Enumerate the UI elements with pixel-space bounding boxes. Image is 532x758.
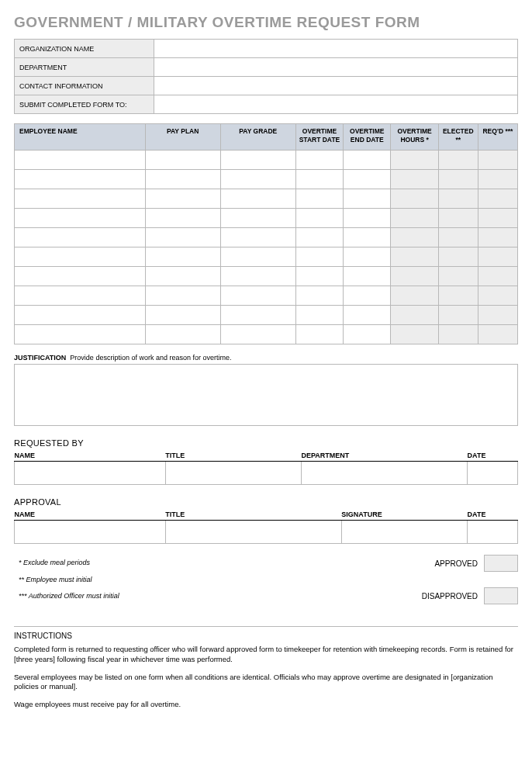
table-cell[interactable] [438,151,478,170]
table-cell[interactable] [438,228,478,247]
table-cell[interactable] [295,209,343,228]
req-dept-input[interactable] [301,462,467,485]
table-cell[interactable] [391,286,438,306]
table-cell[interactable] [295,228,343,247]
table-cell[interactable] [145,228,220,247]
table-cell[interactable] [220,325,295,344]
approved-checkbox[interactable] [484,555,518,572]
req-date-input[interactable] [468,462,518,485]
table-cell[interactable] [478,189,517,209]
table-cell[interactable] [344,247,391,267]
table-cell[interactable] [478,306,517,325]
table-cell[interactable] [391,247,438,267]
table-cell[interactable] [438,170,478,189]
table-cell[interactable] [344,151,391,170]
table-cell[interactable] [295,151,343,170]
table-cell[interactable] [391,267,438,286]
table-cell[interactable] [295,189,343,209]
table-cell[interactable] [220,189,295,209]
table-cell[interactable] [220,209,295,228]
table-cell[interactable] [478,286,517,306]
table-cell[interactable] [220,267,295,286]
table-cell[interactable] [145,209,220,228]
table-cell[interactable] [145,286,220,306]
table-cell[interactable] [478,170,517,189]
app-date-input[interactable] [468,521,518,544]
disapproved-label: DISAPPROVED [422,592,478,601]
table-cell[interactable] [220,247,295,267]
table-cell[interactable] [438,306,478,325]
table-cell[interactable] [15,286,146,306]
th-pay-grade: PAY GRADE [220,124,295,151]
table-cell[interactable] [145,306,220,325]
table-cell[interactable] [145,189,220,209]
table-cell[interactable] [145,151,220,170]
table-cell[interactable] [145,170,220,189]
table-cell[interactable] [344,267,391,286]
table-cell[interactable] [438,267,478,286]
app-sig-input[interactable] [341,521,467,544]
contact-input[interactable] [154,77,518,95]
org-name-input[interactable] [154,40,518,58]
table-cell[interactable] [391,170,438,189]
th-pay-plan: PAY PLAN [145,124,220,151]
req-name-input[interactable] [15,462,166,485]
table-cell[interactable] [478,209,517,228]
table-cell[interactable] [391,189,438,209]
table-cell[interactable] [15,151,146,170]
table-cell[interactable] [391,228,438,247]
department-input[interactable] [154,58,518,77]
table-cell[interactable] [344,189,391,209]
table-cell[interactable] [15,209,146,228]
table-cell[interactable] [391,151,438,170]
app-title-input[interactable] [165,521,341,544]
table-cell[interactable] [344,286,391,306]
table-cell[interactable] [220,306,295,325]
table-cell[interactable] [220,286,295,306]
table-cell[interactable] [295,286,343,306]
req-title-input[interactable] [165,462,301,485]
table-cell[interactable] [145,267,220,286]
table-cell[interactable] [344,170,391,189]
table-cell[interactable] [15,228,146,247]
table-cell[interactable] [438,209,478,228]
table-cell[interactable] [15,306,146,325]
table-cell[interactable] [478,325,517,344]
table-cell[interactable] [478,151,517,170]
table-cell[interactable] [15,189,146,209]
table-cell[interactable] [438,247,478,267]
table-cell[interactable] [344,306,391,325]
table-cell[interactable] [15,170,146,189]
table-cell[interactable] [478,247,517,267]
table-cell[interactable] [15,247,146,267]
table-cell[interactable] [295,267,343,286]
table-cell[interactable] [478,228,517,247]
table-cell[interactable] [295,247,343,267]
disapproved-checkbox[interactable] [484,587,518,604]
table-cell[interactable] [438,189,478,209]
instructions-p3: Wage employees must receive pay for all … [14,700,518,710]
table-cell[interactable] [220,228,295,247]
table-cell[interactable] [220,170,295,189]
table-cell[interactable] [15,325,146,344]
justification-input[interactable] [14,364,518,426]
table-cell[interactable] [478,267,517,286]
table-cell[interactable] [295,170,343,189]
app-name-input[interactable] [15,521,166,544]
submit-to-input[interactable] [154,95,518,114]
table-cell[interactable] [391,325,438,344]
table-cell[interactable] [438,325,478,344]
table-cell[interactable] [145,325,220,344]
table-cell[interactable] [391,209,438,228]
table-cell[interactable] [15,267,146,286]
table-cell[interactable] [391,306,438,325]
table-cell[interactable] [295,306,343,325]
table-cell[interactable] [344,228,391,247]
table-cell[interactable] [145,247,220,267]
table-cell[interactable] [344,325,391,344]
table-cell[interactable] [295,325,343,344]
table-cell[interactable] [344,209,391,228]
table-cell[interactable] [438,286,478,306]
approved-label: APPROVED [434,559,478,568]
table-cell[interactable] [220,151,295,170]
